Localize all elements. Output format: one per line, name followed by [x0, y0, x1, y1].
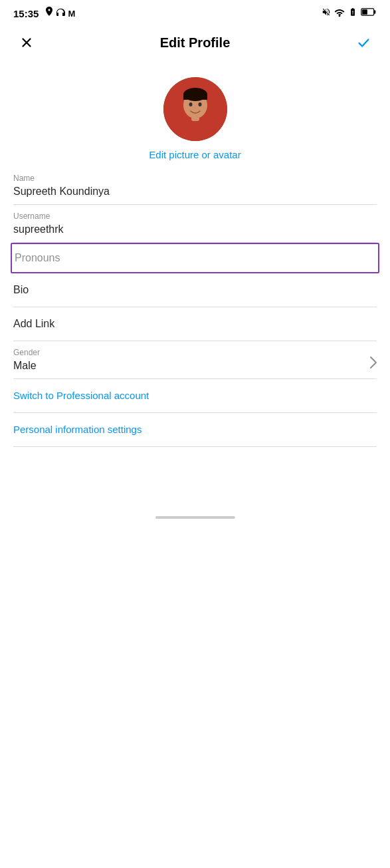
gmail-icon: M	[68, 9, 74, 19]
status-icons-right	[322, 7, 377, 19]
battery-icon	[361, 7, 377, 19]
save-button[interactable]	[350, 29, 377, 56]
svg-rect-2	[374, 10, 376, 13]
add-link-field[interactable]: Add Link	[13, 307, 377, 341]
personal-info-link-item[interactable]: Personal information settings	[13, 413, 377, 447]
chevron-right-icon	[370, 357, 377, 374]
header: Edit Profile	[0, 24, 390, 64]
svg-point-0	[339, 15, 341, 17]
username-field[interactable]: Username supreethrk	[13, 205, 377, 243]
switch-professional-link-item[interactable]: Switch to Professional account	[13, 379, 377, 413]
home-indicator	[155, 516, 235, 519]
name-label: Name	[13, 174, 377, 183]
name-field[interactable]: Name Supreeth Koundinya	[13, 167, 377, 205]
name-value: Supreeth Koundinya	[13, 184, 377, 200]
headphones-icon	[56, 7, 65, 19]
status-bar: 15:35 M	[0, 0, 390, 24]
form-section: Name Supreeth Koundinya Username supreet…	[0, 167, 390, 379]
bio-field[interactable]: Bio	[13, 273, 377, 307]
pronouns-field[interactable]: Pronouns	[11, 243, 379, 273]
avatar-section: Edit picture or avatar	[0, 64, 390, 167]
svg-rect-9	[183, 94, 207, 100]
pronouns-placeholder: Pronouns	[15, 251, 375, 267]
location-dot-icon	[45, 7, 53, 20]
switch-professional-link[interactable]: Switch to Professional account	[13, 390, 149, 401]
gender-value: Male	[13, 359, 370, 374]
battery-alert-icon	[348, 7, 357, 19]
gender-field[interactable]: Gender Male	[13, 341, 377, 379]
close-button[interactable]	[13, 29, 40, 56]
bio-value: Bio	[13, 284, 377, 296]
edit-picture-link[interactable]: Edit picture or avatar	[149, 149, 241, 160]
links-section: Switch to Professional account Personal …	[0, 379, 390, 447]
status-time: 15:35	[13, 8, 39, 19]
username-label: Username	[13, 212, 377, 221]
personal-info-link[interactable]: Personal information settings	[13, 424, 142, 435]
svg-point-11	[198, 102, 201, 106]
avatar[interactable]	[163, 77, 227, 141]
wifi-icon	[334, 7, 345, 19]
gender-label: Gender	[13, 348, 370, 357]
svg-point-10	[189, 102, 192, 106]
page-title: Edit Profile	[40, 35, 350, 51]
username-value: supreethrk	[13, 222, 377, 238]
add-link-value: Add Link	[13, 318, 377, 330]
mute-icon	[322, 7, 331, 19]
svg-rect-3	[362, 9, 367, 15]
